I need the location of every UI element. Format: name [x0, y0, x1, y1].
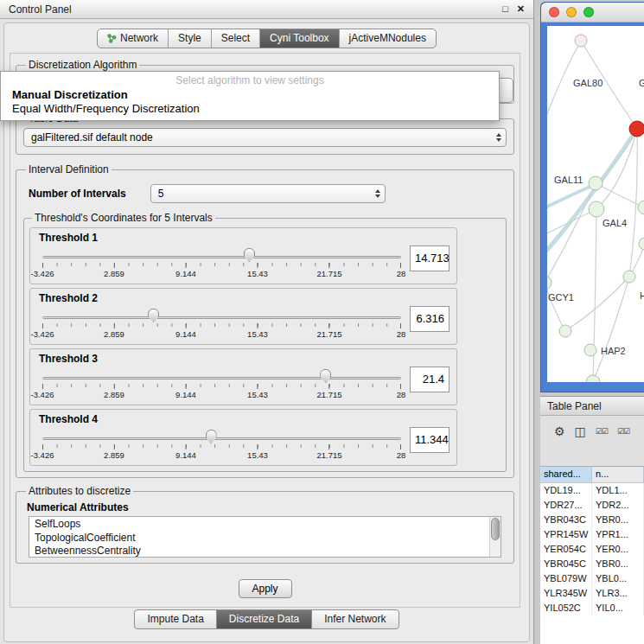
network-node[interactable]	[589, 176, 603, 190]
slider-thumb[interactable]	[206, 430, 217, 443]
slider-tick-labels: -3.4262.8599.14415.4321.71528	[42, 390, 401, 400]
network-edge[interactable]	[547, 209, 596, 233]
number-of-intervals-value: 5	[158, 188, 164, 200]
threshold-slider[interactable]: -3.4262.8599.14415.4321.71528	[42, 245, 401, 282]
tab-select[interactable]: Select	[211, 29, 259, 48]
tab-impute-data[interactable]: Impute Data	[134, 609, 216, 629]
slider-track	[42, 377, 401, 379]
threshold-value-field[interactable]: 6.316	[410, 306, 450, 332]
gear-icon[interactable]: ⚙	[554, 424, 565, 438]
numerical-attribute-item[interactable]: TopologicalCoefficient	[35, 532, 501, 545]
threshold-slider[interactable]: -3.4262.8599.14415.4321.71528	[42, 306, 401, 342]
table-cell: YPR145W	[540, 527, 592, 542]
table-row[interactable]: YBR045CYBR0...	[540, 557, 644, 571]
network-graph[interactable]: GAL80GGAL11GAL4GCY1HHAP2	[547, 26, 644, 382]
network-node[interactable]	[575, 35, 587, 47]
table-row[interactable]: YDL19...YDL1...	[540, 483, 644, 498]
scrollbar-thumb[interactable]	[491, 518, 500, 540]
column-header-2[interactable]: n...	[592, 467, 644, 482]
threshold-body: -3.4262.8599.14415.4321.7152814.713	[37, 245, 450, 282]
control-panel-titlebar[interactable]: Control Panel □ ✕	[0, 0, 533, 19]
tab-infer-network[interactable]: Infer Network	[311, 609, 399, 629]
attributes-to-discretize-group: Attributes to discretize Numerical Attri…	[16, 485, 514, 564]
selected-node[interactable]	[629, 121, 644, 137]
network-node[interactable]	[589, 201, 604, 217]
table-row[interactable]: YIL052CYIL0...	[540, 601, 644, 615]
tick-label: -3.426	[31, 450, 54, 460]
threshold-body: -3.4262.8599.14415.4321.7152811.344	[37, 427, 450, 463]
network-edge[interactable]	[565, 277, 629, 331]
slider-thumb[interactable]	[320, 369, 331, 383]
top-tabbar-wrap: NetworkStyleSelectCyni ToolboxjActiveMNo…	[4, 29, 529, 48]
network-edge[interactable]	[547, 129, 637, 256]
tick-label: 21.715	[316, 450, 341, 460]
tab-network[interactable]: Network	[98, 29, 168, 48]
network-edge[interactable]	[593, 277, 629, 382]
threshold-value-field[interactable]: 11.344	[410, 427, 450, 453]
apply-button[interactable]: Apply	[239, 579, 292, 598]
slider-thumb[interactable]	[244, 248, 255, 262]
discretization-algorithm-group-title: Discretization Algorithm	[26, 59, 139, 71]
numerical-attribute-item[interactable]: BetweennessCentrality	[35, 545, 501, 558]
window-zoom-icon[interactable]	[583, 7, 594, 17]
threshold-value-field[interactable]: 14.713	[410, 245, 450, 271]
tab-style[interactable]: Style	[168, 29, 211, 48]
tab-discretize-data[interactable]: Discretize Data	[216, 609, 312, 629]
float-window-icon[interactable]: □	[502, 3, 508, 15]
slider-thumb[interactable]	[148, 309, 159, 322]
dropdown-options: Manual DiscretizationEqual Width/Frequen…	[1, 88, 499, 116]
table-row[interactable]: YDR27...YDR2...	[540, 498, 644, 513]
network-node[interactable]	[639, 238, 644, 250]
table-cell: YER054C	[540, 542, 592, 557]
table-data-value: galFiltered.sif default node	[31, 131, 153, 143]
window-buttons: □ ✕	[502, 3, 525, 15]
tick-label: -3.426	[31, 329, 54, 339]
column-header-1[interactable]: shared...	[540, 467, 592, 482]
table-body: YDL19...YDL1...YDR27...YDR2...YBR043CYBR…	[540, 483, 644, 615]
window-close-icon[interactable]	[549, 7, 559, 17]
table-row[interactable]: YBR043CYBR0...	[540, 513, 644, 527]
tick-label: 9.144	[175, 329, 196, 339]
columns-icon[interactable]: ◫	[575, 424, 586, 438]
network-edge[interactable]	[547, 283, 565, 331]
algorithm-option-manual-discretization[interactable]: Manual Discretization	[1, 88, 499, 102]
attributes-scrollbar[interactable]	[489, 517, 501, 557]
numerical-attributes-list[interactable]: SelfLoopsTopologicalCoefficientBetweenne…	[29, 516, 501, 558]
table-row[interactable]: YLR345WYLR3...	[540, 586, 644, 601]
algorithm-option-equal-width-frequency-discretization[interactable]: Equal Width/Frequency Discretization	[1, 102, 499, 116]
network-edge[interactable]	[547, 183, 596, 283]
tick-label: -3.426	[31, 269, 54, 278]
table-cell: YDR27...	[540, 498, 592, 513]
table-row[interactable]: YPR145WYPR1...	[540, 527, 644, 542]
close-window-icon[interactable]: ✕	[517, 3, 525, 15]
network-node[interactable]	[584, 344, 596, 356]
number-of-intervals-select[interactable]: 5	[150, 184, 386, 203]
network-canvas[interactable]: GAL80GGAL11GAL4GCY1HHAP2	[547, 26, 644, 382]
threshold-slider[interactable]: -3.4262.8599.14415.4321.71528	[42, 427, 401, 463]
network-node[interactable]	[559, 325, 571, 337]
tick-label: 21.715	[316, 269, 341, 278]
window-minimize-icon[interactable]	[566, 7, 577, 17]
numerical-attribute-item[interactable]: SelfLoops	[35, 518, 501, 532]
network-window-titlebar[interactable]	[541, 3, 644, 22]
network-node[interactable]	[638, 201, 644, 214]
tab-jactivemnodules[interactable]: jActiveMNodules	[339, 29, 436, 48]
table-panel: Table Panel ⚙◫☑☑☑☑ shared...n... YDL19..…	[540, 396, 644, 644]
tab-cyni-toolbox[interactable]: Cyni Toolbox	[259, 29, 338, 48]
network-node[interactable]	[547, 276, 552, 290]
select-visible-columns-icon[interactable]: ☑☑	[596, 427, 608, 436]
table-data-select[interactable]: galFiltered.sif default node	[23, 128, 507, 147]
threshold-slider[interactable]: -3.4262.8599.14415.4321.71528	[42, 367, 401, 403]
network-node[interactable]	[623, 271, 635, 283]
table-panel-header[interactable]: Table Panel	[540, 397, 644, 416]
table-row[interactable]: YER054CYER0...	[540, 542, 644, 557]
tick-label: -3.426	[31, 390, 54, 399]
threshold-value-field[interactable]: 21.4	[410, 367, 450, 392]
table-row[interactable]: YBL079WYBL0...	[540, 571, 644, 586]
threshold-list: Threshold 1-3.4262.8599.14415.4321.71528…	[28, 227, 502, 466]
node-label: H	[640, 290, 644, 301]
network-edge[interactable]	[593, 209, 596, 382]
select-all-columns-icon[interactable]: ☑☑	[617, 427, 629, 436]
slider-major-ticks	[42, 323, 401, 328]
network-node[interactable]	[586, 375, 600, 382]
